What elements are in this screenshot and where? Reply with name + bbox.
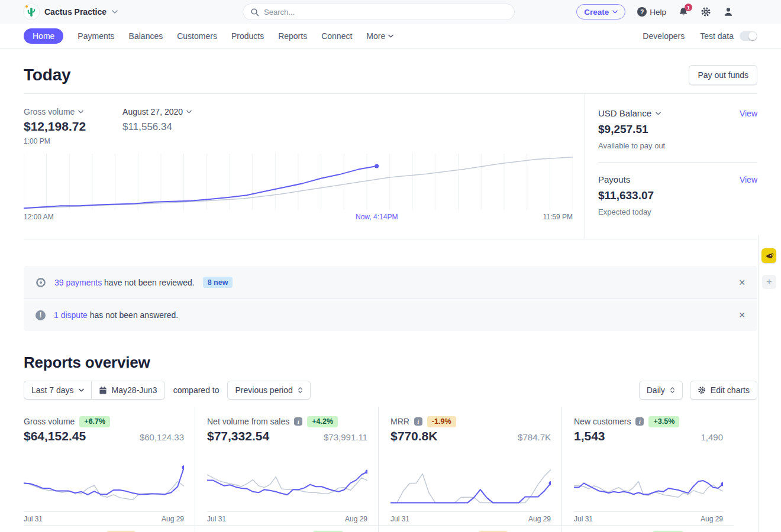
- notifications-button[interactable]: 1: [678, 7, 689, 17]
- usd-balance-caption: Available to pay out: [598, 141, 757, 150]
- usd-balance-view-link[interactable]: View: [740, 109, 757, 118]
- nav-products[interactable]: Products: [231, 31, 264, 41]
- axis-label-start: Jul 31: [574, 515, 593, 523]
- nav-home[interactable]: Home: [24, 28, 63, 44]
- nav-more[interactable]: More: [366, 31, 393, 41]
- nav-connect[interactable]: Connect: [321, 31, 352, 41]
- card-value: $77,332.54: [207, 429, 269, 443]
- nav-customers[interactable]: Customers: [177, 31, 217, 41]
- stripe-dashboard: Cactus Practice Create ? Help: [0, 0, 781, 532]
- comparison-value: $11,556.34: [122, 121, 192, 133]
- usd-balance-value: $9,257.51: [598, 123, 757, 136]
- comparison-date-label: August 27, 2020: [122, 107, 183, 116]
- cactus-flower-dot: [25, 5, 28, 8]
- gross-volume-selector[interactable]: Gross volume: [24, 107, 86, 116]
- payments-review-link[interactable]: 39 payments: [54, 278, 102, 287]
- test-data-toggle[interactable]: [740, 31, 757, 41]
- add-button[interactable]: +: [762, 275, 776, 289]
- profile-button[interactable]: [723, 7, 734, 17]
- gear-icon: [701, 7, 711, 17]
- account-switcher[interactable]: Cactus Practice: [24, 4, 118, 20]
- close-icon[interactable]: ✕: [738, 310, 746, 320]
- date-range-button[interactable]: Last 7 days: [24, 381, 91, 400]
- new-count-badge: 8 new: [203, 277, 233, 288]
- edit-charts-button[interactable]: Edit charts: [690, 381, 757, 400]
- search-icon: [250, 8, 259, 17]
- reports-filters: Last 7 days May28-Jun3 compared to Previ…: [24, 381, 757, 400]
- payouts-label: Payouts: [598, 174, 630, 184]
- notice-text-rest: has not been answered.: [90, 310, 178, 320]
- payouts-value: $11,633.07: [598, 189, 757, 202]
- comparison-date-selector[interactable]: August 27, 2020: [122, 107, 192, 116]
- axis-label-now: Now, 4:14PM: [356, 213, 398, 221]
- pay-out-funds-button[interactable]: Pay out funds: [689, 65, 757, 85]
- gross-volume-label: Gross volume: [24, 107, 75, 116]
- usd-balance-block: USD Balance View $9,257.51 Available to …: [598, 108, 757, 163]
- search-bar[interactable]: [243, 4, 515, 20]
- account-logo: [24, 4, 39, 20]
- chevron-down-icon: [79, 388, 84, 392]
- card-high-risk-payments[interactable]: High risk payments i -0.2% 254: [379, 525, 562, 532]
- card-net-volume[interactable]: Net volume from sales i +4.2% $77,332.54…: [195, 407, 379, 525]
- top-bar: Cactus Practice Create ? Help: [0, 0, 781, 24]
- create-button-label: Create: [584, 8, 609, 17]
- sparkline-axis: Jul 31 Aug 29: [24, 511, 184, 523]
- payouts-view-link[interactable]: View: [740, 175, 757, 184]
- card-new-customers[interactable]: New customers i +3.5% 1,543 1,490 Jul 31…: [562, 407, 734, 525]
- card-revenue-per-subscriber[interactable]: Revenue per subscriber i +0.1% $107.58: [195, 525, 379, 532]
- today-overview-panel: Gross volume $12,198.72 1:00 PM August 2…: [24, 93, 757, 239]
- alert-icon: !: [36, 310, 46, 320]
- extension-icon[interactable]: [761, 248, 776, 263]
- search-input[interactable]: [264, 8, 507, 17]
- balances-panel: USD Balance View $9,257.51 Available to …: [585, 94, 757, 239]
- sparkline-chart: [207, 461, 367, 504]
- axis-label-end: Aug 29: [162, 515, 184, 523]
- card-mrr[interactable]: MRR i -1.9% $770.8K $784.7K Jul 31 Aug 2…: [379, 407, 562, 525]
- card-title: New customers: [574, 417, 631, 426]
- card-compare-value: $784.7K: [518, 432, 551, 442]
- date-range-group: Last 7 days May28-Jun3: [24, 381, 165, 400]
- main-nav: Home Payments Balances Customers Product…: [0, 24, 781, 48]
- gross-volume-section: Gross volume $12,198.72 1:00 PM August 2…: [24, 94, 585, 239]
- today-stats: Gross volume $12,198.72 1:00 PM August 2…: [24, 107, 573, 145]
- card-successful-payments[interactable]: Successful payments -3.3% 5,326: [24, 525, 195, 532]
- date-picker-label: May28-Jun3: [112, 385, 157, 395]
- card-value: $770.8K: [390, 429, 437, 443]
- comparison-period-label: Previous period: [235, 385, 292, 395]
- axis-label-end: Aug 29: [701, 515, 723, 523]
- card-new-subscribers[interactable]: New subscribers i +4.5% 12,638: [562, 525, 734, 532]
- dispute-link[interactable]: 1 dispute: [54, 310, 88, 320]
- gross-volume-value: $12,198.72: [24, 119, 86, 134]
- test-data-label: Test data: [700, 31, 734, 41]
- nav-right: Developers Test data: [643, 31, 757, 41]
- info-icon: i: [294, 417, 302, 426]
- create-button[interactable]: Create: [576, 4, 625, 20]
- date-picker-button[interactable]: May28-Jun3: [91, 381, 165, 400]
- card-value: 1,543: [574, 429, 605, 443]
- settings-button[interactable]: [701, 7, 711, 17]
- help-button[interactable]: ? Help: [637, 7, 666, 17]
- question-mark-icon: ?: [637, 7, 647, 17]
- card-gross-volume[interactable]: Gross volume +6.7% $64,152.45 $60,124.33…: [24, 407, 195, 525]
- monkey-icon: [764, 251, 774, 261]
- nav-payments[interactable]: Payments: [78, 31, 114, 41]
- chevron-down-icon: [612, 10, 618, 14]
- chevron-down-icon: [186, 110, 192, 113]
- usd-balance-label: USD Balance: [598, 108, 651, 118]
- nav-developers[interactable]: Developers: [643, 31, 685, 41]
- chart-x-axis: 12:00 AM Now, 4:14PM 11:59 PM: [24, 213, 573, 223]
- comparison-period-select[interactable]: Previous period: [227, 381, 310, 400]
- notice-text: 1 dispute has not been answered.: [54, 310, 178, 320]
- sparkline-axis: Jul 31 Aug 29: [574, 511, 723, 523]
- card-compare-value: 1,490: [701, 432, 723, 442]
- axis-label-end: 11:59 PM: [543, 213, 573, 221]
- card-compare-value: $73,991.11: [324, 432, 367, 442]
- interval-select[interactable]: Daily: [639, 381, 683, 400]
- usd-balance-selector[interactable]: USD Balance: [598, 108, 661, 118]
- axis-label-start: Jul 31: [24, 515, 43, 523]
- nav-balances[interactable]: Balances: [129, 31, 163, 41]
- payouts-label-wrap: Payouts: [598, 174, 630, 184]
- comparison-stat: August 27, 2020 $11,556.34: [122, 107, 192, 145]
- close-icon[interactable]: ✕: [738, 278, 746, 287]
- nav-reports[interactable]: Reports: [278, 31, 307, 41]
